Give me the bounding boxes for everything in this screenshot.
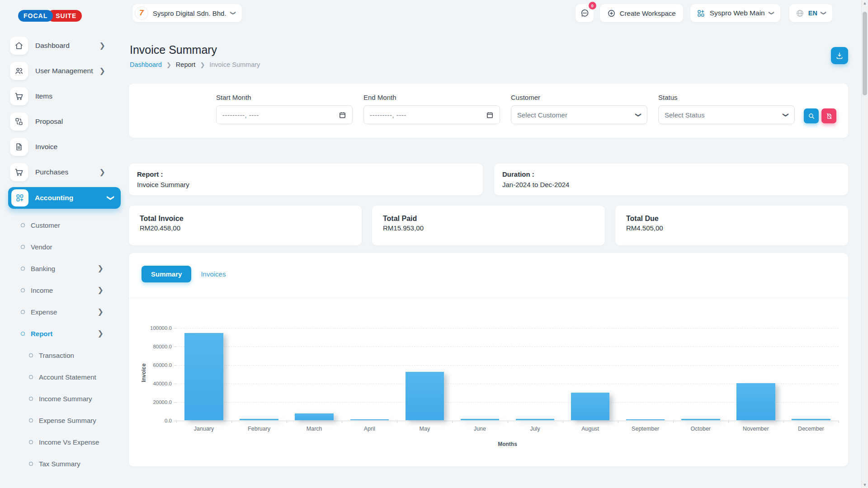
bullet-icon <box>29 397 33 401</box>
breadcrumb-invoice-summary: Invoice Summary <box>209 61 260 68</box>
start-month-label: Start Month <box>216 94 353 101</box>
bar-october <box>681 419 720 420</box>
y-tick-label: 60000.0 <box>153 362 172 368</box>
sidebar-item-accounting[interactable]: Accounting❯ <box>8 187 121 209</box>
x-tick-label: August <box>563 426 618 432</box>
sidebar-subitem-tax-summary[interactable]: Tax Summary <box>0 453 129 474</box>
status-field: Status Select Status ❯ <box>658 94 795 124</box>
x-tick-mark <box>287 421 287 423</box>
bar-slot-may <box>397 328 452 421</box>
report-value: Invoice Summary <box>137 180 475 190</box>
chevron-right-icon: ❯ <box>98 330 104 337</box>
scroll-up-arrow-icon[interactable]: ▲ <box>862 1 868 5</box>
file-icon <box>10 138 28 156</box>
transfer-icon <box>10 113 28 131</box>
report-label: Report : <box>137 169 475 180</box>
x-tick-mark <box>231 421 232 423</box>
sidebar-subitem-expense-summary[interactable]: Expense Summary <box>0 409 129 431</box>
bar-slot-march <box>287 328 342 421</box>
sidebar-item-items[interactable]: Items <box>0 86 129 107</box>
scroll-down-arrow-icon[interactable]: ▼ <box>862 483 868 487</box>
bullet-icon <box>21 332 25 336</box>
apply-filter-button[interactable] <box>804 108 819 123</box>
duration-info-card: Duration : Jan-2024 to Dec-2024 <box>494 164 848 195</box>
bar-slot-july <box>508 328 563 421</box>
x-tick-mark <box>397 421 397 423</box>
sidebar-item-invoice[interactable]: Invoice <box>0 136 129 157</box>
bar-april <box>350 419 389 420</box>
bar-slot-january <box>176 328 231 421</box>
cart-icon <box>10 163 28 181</box>
start-month-input[interactable]: ---------, ---- <box>216 105 353 124</box>
bar-slot-june <box>452 328 507 421</box>
x-tick-mark <box>508 421 508 423</box>
calendar-icon[interactable] <box>339 111 346 119</box>
sidebar-item-dashboard[interactable]: Dashboard❯ <box>0 35 129 56</box>
bullet-icon <box>29 462 33 466</box>
filter-panel: Start Month ---------, ---- End Month --… <box>129 84 848 138</box>
grid-icon <box>11 189 28 206</box>
y-tick-label: 20000.0 <box>153 399 172 405</box>
chart-y-axis-title: Invoice <box>141 363 147 382</box>
app-logo[interactable]: FOCAL SUITE <box>18 10 82 22</box>
sidebar-item-purchases[interactable]: Purchases❯ <box>0 162 129 183</box>
sidebar-item-proposal[interactable]: Proposal <box>0 111 129 132</box>
bar-slot-april <box>342 328 397 421</box>
sidebar-subitem-income[interactable]: Income❯ <box>0 279 129 301</box>
download-button[interactable] <box>831 47 848 64</box>
tab-summary[interactable]: Summary <box>142 266 191 282</box>
scrollbar-thumb[interactable] <box>863 12 867 95</box>
end-month-input[interactable]: ---------, ---- <box>363 105 500 124</box>
clear-filter-icon <box>826 113 833 120</box>
breadcrumb-separator-icon: ❯ <box>200 61 205 68</box>
status-label: Status <box>658 94 795 101</box>
cart-icon <box>10 87 28 105</box>
calendar-icon[interactable] <box>486 111 494 119</box>
x-tick-mark <box>452 421 453 423</box>
sidebar-subitem-expense[interactable]: Expense❯ <box>0 301 129 323</box>
bar-march <box>295 413 333 420</box>
bar-december <box>792 419 830 420</box>
sidebar: FOCAL SUITE Dashboard❯User Management❯It… <box>0 0 129 488</box>
sidebar-subitem-income-vs-expense[interactable]: Income Vs Expense <box>0 431 129 453</box>
bar-january <box>184 333 223 420</box>
sidebar-subitem-transaction[interactable]: Transaction <box>0 344 129 366</box>
end-month-label: End Month <box>363 94 500 101</box>
bullet-icon <box>21 310 25 314</box>
sidebar-item-user-management[interactable]: User Management❯ <box>0 61 129 81</box>
y-tick-label: 0.0 <box>165 418 172 423</box>
sidebar-subitem-account-statement[interactable]: Account Statement <box>0 366 129 388</box>
sidebar-subitem-income-summary[interactable]: Income Summary <box>0 388 129 409</box>
window-scrollbar[interactable]: ▲ ▼ <box>861 0 868 488</box>
users-icon <box>10 62 28 80</box>
reset-filter-button[interactable] <box>821 108 836 123</box>
stat-card-total-invoice: Total InvoiceRM20.458,00 <box>129 206 362 245</box>
chevron-right-icon: ❯ <box>99 42 105 49</box>
x-tick-label: February <box>231 426 287 432</box>
chevron-right-icon: ❯ <box>98 308 104 315</box>
tab-bar: Summary Invoices <box>129 253 848 298</box>
customer-field: Customer Select Customer ❯ <box>511 94 647 124</box>
logo-part-focal: FOCAL <box>18 10 53 22</box>
sidebar-subitem-report[interactable]: Report❯ <box>0 323 129 344</box>
download-icon <box>835 52 844 60</box>
bar-july <box>516 419 554 420</box>
x-tick-mark <box>618 421 618 423</box>
bullet-icon <box>29 440 33 444</box>
chevron-right-icon: ❯ <box>99 67 105 75</box>
customer-select[interactable]: Select Customer ❯ <box>511 105 647 124</box>
sidebar-subitem-banking[interactable]: Banking❯ <box>0 258 129 279</box>
sidebar-subitem-customer[interactable]: Customer <box>0 214 129 236</box>
tab-invoices[interactable]: Invoices <box>201 266 226 282</box>
bar-slot-august <box>563 328 618 421</box>
status-select[interactable]: Select Status ❯ <box>658 105 795 124</box>
sidebar-subitem-vendor[interactable]: Vendor <box>0 236 129 258</box>
x-tick-label: September <box>618 426 673 432</box>
chart-x-axis-title: Months <box>176 441 839 447</box>
bar-slot-february <box>231 328 287 421</box>
chevron-right-icon: ❯ <box>98 286 104 294</box>
x-tick-mark <box>563 421 563 423</box>
x-tick-mark <box>839 421 839 423</box>
breadcrumb-dashboard[interactable]: Dashboard <box>130 61 162 68</box>
breadcrumb-report[interactable]: Report <box>176 61 196 68</box>
